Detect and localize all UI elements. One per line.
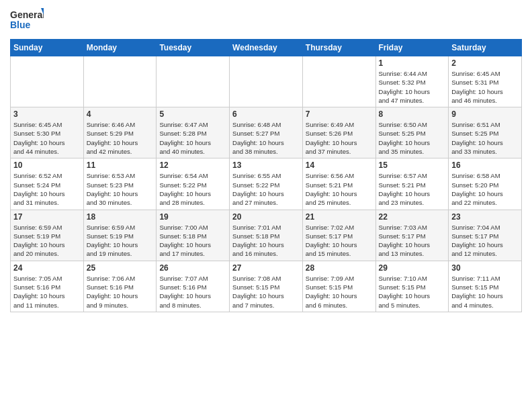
day-number: 4 — [87, 109, 154, 119]
day-cell: 14Sunrise: 6:56 AM Sunset: 5:21 PM Dayli… — [302, 158, 375, 210]
day-number: 5 — [159, 109, 226, 119]
day-cell: 2Sunrise: 6:45 AM Sunset: 5:31 PM Daylig… — [449, 56, 522, 107]
day-number: 23 — [451, 212, 519, 222]
day-number: 6 — [232, 109, 300, 119]
day-info: Sunrise: 6:47 AM Sunset: 5:28 PM Dayligh… — [159, 120, 226, 156]
day-cell: 1Sunrise: 6:44 AM Sunset: 5:32 PM Daylig… — [375, 56, 449, 107]
day-cell — [83, 56, 157, 107]
day-number: 11 — [87, 161, 154, 170]
day-number: 8 — [379, 109, 446, 119]
day-info: Sunrise: 6:45 AM Sunset: 5:30 PM Dayligh… — [13, 120, 81, 156]
day-info: Sunrise: 7:07 AM Sunset: 5:16 PM Dayligh… — [159, 274, 226, 310]
day-cell: 9Sunrise: 6:51 AM Sunset: 5:25 PM Daylig… — [449, 107, 522, 158]
weekday-header-row: SundayMondayTuesdayWednesdayThursdayFrid… — [11, 40, 522, 56]
day-cell: 7Sunrise: 6:49 AM Sunset: 5:26 PM Daylig… — [302, 107, 375, 158]
day-number: 7 — [306, 109, 373, 119]
day-info: Sunrise: 7:01 AM Sunset: 5:18 PM Dayligh… — [232, 223, 300, 259]
day-info: Sunrise: 6:59 AM Sunset: 5:19 PM Dayligh… — [87, 223, 154, 259]
day-cell: 26Sunrise: 7:07 AM Sunset: 5:16 PM Dayli… — [157, 261, 230, 312]
weekday-header-saturday: Saturday — [449, 40, 522, 56]
week-row-5: 24Sunrise: 7:05 AM Sunset: 5:16 PM Dayli… — [11, 261, 522, 312]
weekday-header-friday: Friday — [375, 40, 449, 56]
day-cell: 30Sunrise: 7:11 AM Sunset: 5:15 PM Dayli… — [449, 261, 522, 312]
day-number: 19 — [159, 212, 226, 222]
day-info: Sunrise: 6:45 AM Sunset: 5:31 PM Dayligh… — [451, 69, 519, 105]
day-number: 9 — [451, 109, 519, 119]
day-number: 21 — [306, 212, 373, 222]
day-number: 12 — [159, 161, 226, 170]
day-number: 29 — [379, 263, 446, 273]
weekday-header-wednesday: Wednesday — [230, 40, 303, 56]
day-info: Sunrise: 7:08 AM Sunset: 5:15 PM Dayligh… — [232, 274, 300, 310]
day-number: 3 — [13, 109, 81, 119]
week-row-1: 1Sunrise: 6:44 AM Sunset: 5:32 PM Daylig… — [11, 56, 522, 107]
weekday-header-thursday: Thursday — [302, 40, 375, 56]
day-info: Sunrise: 6:53 AM Sunset: 5:23 PM Dayligh… — [87, 171, 154, 207]
day-number: 14 — [306, 161, 373, 170]
day-cell: 19Sunrise: 7:00 AM Sunset: 5:18 PM Dayli… — [157, 210, 230, 261]
week-row-4: 17Sunrise: 6:59 AM Sunset: 5:19 PM Dayli… — [11, 210, 522, 261]
day-info: Sunrise: 6:59 AM Sunset: 5:19 PM Dayligh… — [13, 223, 81, 259]
day-info: Sunrise: 6:50 AM Sunset: 5:25 PM Dayligh… — [379, 120, 446, 156]
calendar-table: SundayMondayTuesdayWednesdayThursdayFrid… — [10, 39, 522, 312]
day-number: 17 — [13, 212, 81, 222]
day-number: 2 — [451, 58, 519, 68]
day-cell: 21Sunrise: 7:02 AM Sunset: 5:17 PM Dayli… — [302, 210, 375, 261]
weekday-header-monday: Monday — [83, 40, 157, 56]
day-cell — [230, 56, 303, 107]
day-cell: 3Sunrise: 6:45 AM Sunset: 5:30 PM Daylig… — [11, 107, 84, 158]
day-info: Sunrise: 7:02 AM Sunset: 5:17 PM Dayligh… — [306, 223, 373, 259]
day-info: Sunrise: 6:52 AM Sunset: 5:24 PM Dayligh… — [13, 171, 81, 207]
day-info: Sunrise: 7:06 AM Sunset: 5:16 PM Dayligh… — [87, 274, 154, 310]
day-info: Sunrise: 6:44 AM Sunset: 5:32 PM Dayligh… — [379, 69, 446, 105]
day-cell: 13Sunrise: 6:55 AM Sunset: 5:22 PM Dayli… — [230, 158, 303, 210]
svg-text:Blue: Blue — [10, 19, 31, 30]
day-cell — [302, 56, 375, 107]
day-number: 13 — [232, 161, 300, 170]
day-cell: 10Sunrise: 6:52 AM Sunset: 5:24 PM Dayli… — [11, 158, 84, 210]
day-info: Sunrise: 7:00 AM Sunset: 5:18 PM Dayligh… — [159, 223, 226, 259]
day-info: Sunrise: 7:03 AM Sunset: 5:17 PM Dayligh… — [379, 223, 446, 259]
day-info: Sunrise: 7:05 AM Sunset: 5:16 PM Dayligh… — [13, 274, 81, 310]
day-cell: 29Sunrise: 7:10 AM Sunset: 5:15 PM Dayli… — [375, 261, 449, 312]
page: General Blue SundayMondayTuesdayWednesda… — [0, 0, 532, 322]
week-row-3: 10Sunrise: 6:52 AM Sunset: 5:24 PM Dayli… — [11, 158, 522, 210]
day-info: Sunrise: 7:11 AM Sunset: 5:15 PM Dayligh… — [451, 274, 519, 310]
header: General Blue — [10, 7, 522, 34]
day-number: 30 — [451, 263, 519, 273]
day-cell: 28Sunrise: 7:09 AM Sunset: 5:15 PM Dayli… — [302, 261, 375, 312]
day-info: Sunrise: 7:09 AM Sunset: 5:15 PM Dayligh… — [306, 274, 373, 310]
day-cell — [157, 56, 230, 107]
day-number: 10 — [13, 161, 81, 170]
day-cell: 16Sunrise: 6:58 AM Sunset: 5:20 PM Dayli… — [449, 158, 522, 210]
day-cell: 18Sunrise: 6:59 AM Sunset: 5:19 PM Dayli… — [83, 210, 157, 261]
day-info: Sunrise: 6:51 AM Sunset: 5:25 PM Dayligh… — [451, 120, 519, 156]
day-number: 15 — [379, 161, 446, 170]
day-info: Sunrise: 6:46 AM Sunset: 5:29 PM Dayligh… — [87, 120, 154, 156]
weekday-header-sunday: Sunday — [11, 40, 84, 56]
day-info: Sunrise: 7:10 AM Sunset: 5:15 PM Dayligh… — [379, 274, 446, 310]
day-number: 22 — [379, 212, 446, 222]
day-cell: 8Sunrise: 6:50 AM Sunset: 5:25 PM Daylig… — [375, 107, 449, 158]
day-number: 24 — [13, 263, 81, 273]
day-cell: 23Sunrise: 7:04 AM Sunset: 5:17 PM Dayli… — [449, 210, 522, 261]
logo-container: General Blue — [10, 7, 44, 34]
day-number: 26 — [159, 263, 226, 273]
day-cell: 17Sunrise: 6:59 AM Sunset: 5:19 PM Dayli… — [11, 210, 84, 261]
day-info: Sunrise: 6:57 AM Sunset: 5:21 PM Dayligh… — [379, 171, 446, 207]
logo-svg: General Blue — [10, 7, 44, 34]
day-cell: 25Sunrise: 7:06 AM Sunset: 5:16 PM Dayli… — [83, 261, 157, 312]
day-cell: 15Sunrise: 6:57 AM Sunset: 5:21 PM Dayli… — [375, 158, 449, 210]
day-number: 18 — [87, 212, 154, 222]
day-info: Sunrise: 7:04 AM Sunset: 5:17 PM Dayligh… — [451, 223, 519, 259]
day-cell — [11, 56, 84, 107]
day-number: 16 — [451, 161, 519, 170]
day-info: Sunrise: 6:58 AM Sunset: 5:20 PM Dayligh… — [451, 171, 519, 207]
logo: General Blue — [10, 7, 44, 34]
day-info: Sunrise: 6:56 AM Sunset: 5:21 PM Dayligh… — [306, 171, 373, 207]
day-cell: 5Sunrise: 6:47 AM Sunset: 5:28 PM Daylig… — [157, 107, 230, 158]
day-cell: 6Sunrise: 6:48 AM Sunset: 5:27 PM Daylig… — [230, 107, 303, 158]
day-cell: 4Sunrise: 6:46 AM Sunset: 5:29 PM Daylig… — [83, 107, 157, 158]
day-info: Sunrise: 6:54 AM Sunset: 5:22 PM Dayligh… — [159, 171, 226, 207]
week-row-2: 3Sunrise: 6:45 AM Sunset: 5:30 PM Daylig… — [11, 107, 522, 158]
